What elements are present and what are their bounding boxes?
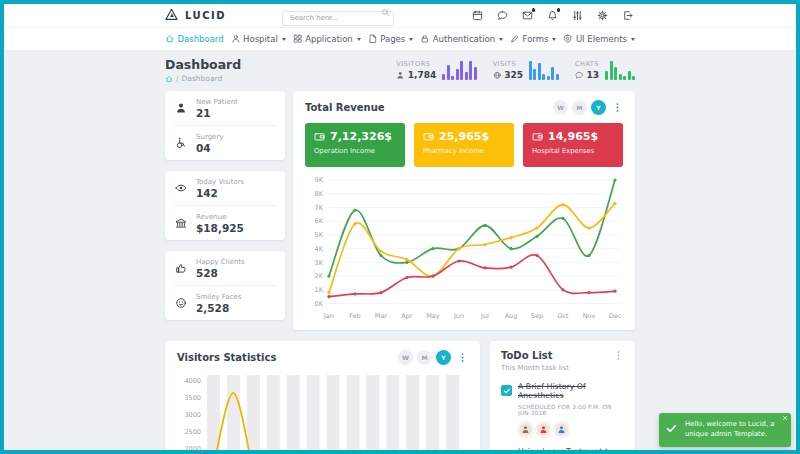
todo-text: Using Laser Teatment to Help: [518, 447, 624, 450]
stat-row-label: Revenue: [196, 213, 244, 221]
person-icon: [175, 102, 187, 114]
total-revenue-card: Total Revenue WMY 7,12,326$Operation Inc…: [293, 91, 635, 330]
nav-item-label: Pages: [380, 34, 405, 44]
chat-icon[interactable]: [497, 10, 508, 21]
revenue-box-hospital-expenses: 14,965$Hospital Expenses: [523, 123, 623, 167]
toast-close-icon[interactable]: [782, 415, 788, 421]
bell-icon[interactable]: [547, 10, 558, 21]
svg-text:5K: 5K: [315, 231, 324, 239]
stat-label: VISITORS: [396, 60, 436, 68]
header-stat-chats: CHATS13: [575, 60, 635, 80]
revenue-box-value: 25,965$: [439, 130, 489, 143]
svg-text:Feb: Feb: [349, 312, 360, 320]
todo-text: A Brief History Of Anesthetics: [518, 382, 624, 400]
shield-icon: [563, 34, 573, 44]
mail-icon[interactable]: [522, 10, 533, 21]
visitors-period-buttons: WMY: [398, 350, 468, 365]
home-icon[interactable]: [165, 75, 173, 83]
breadcrumb: / Dashboard: [165, 74, 241, 83]
stat-row-value: 04: [196, 142, 223, 154]
breadcrumb-current: Dashboard: [182, 74, 223, 83]
svg-text:Jul: Jul: [480, 312, 489, 320]
period-button-w[interactable]: W: [553, 100, 568, 115]
nav-item-forms[interactable]: Forms: [510, 34, 556, 44]
stat-row-surgery: Surgery04: [165, 126, 285, 160]
revenue-box-operation-income: 7,12,326$Operation Income: [305, 123, 405, 167]
wallet-icon: [314, 131, 325, 142]
page-body: Dashboard / Dashboard VISITORS1,784VISIT…: [4, 50, 796, 450]
nav-item-dashboard[interactable]: Dashboard: [165, 34, 224, 44]
todo-list-card: ToDo List This Month task list A Brief H…: [490, 341, 635, 450]
todo-checkbox[interactable]: [501, 385, 512, 396]
person-icon: [521, 425, 530, 434]
revenue-box-value: 14,965$: [548, 130, 598, 143]
nav-item-authentication[interactable]: Authentication: [420, 34, 503, 44]
stat-row-value: 21: [196, 107, 238, 119]
svg-text:9K: 9K: [315, 176, 324, 184]
todo-list-title: ToDo List: [501, 350, 553, 361]
kebab-menu-icon[interactable]: [613, 350, 624, 361]
todo-item: A Brief History Of AnestheticsSCHEDULED …: [501, 382, 624, 437]
stat-card-column: New Patient21Surgery04Today Visitors142R…: [165, 91, 285, 330]
caret-down-icon: [409, 38, 413, 41]
svg-text:8K: 8K: [315, 190, 324, 198]
app-window: LUCID DashboardHospitalApplicationPagesA…: [0, 0, 800, 454]
svg-text:3K: 3K: [315, 259, 324, 267]
stat-label: VISITS: [493, 60, 523, 68]
nav-item-application[interactable]: Application: [293, 34, 361, 44]
svg-text:0K: 0K: [315, 300, 324, 308]
stat-row-revenue: Revenue$18,925: [165, 206, 285, 240]
avatar[interactable]: [554, 422, 569, 437]
check-icon: [666, 423, 677, 434]
svg-text:4000: 4000: [184, 377, 201, 385]
smiley-icon: [175, 297, 187, 309]
visitors-statistics-chart: 40003500300025002000: [177, 371, 468, 450]
sign-out-icon[interactable]: [622, 10, 633, 21]
period-button-y[interactable]: Y: [591, 100, 606, 115]
kebab-menu-icon[interactable]: [457, 352, 468, 363]
nav-item-pages[interactable]: Pages: [368, 34, 414, 44]
stat-card: Today Visitors142Revenue$18,925: [165, 171, 285, 240]
logo[interactable]: LUCID: [165, 8, 226, 24]
caret-down-icon: [631, 38, 635, 41]
stat-row-smiley-faces: Smiley Faces2,528: [165, 286, 285, 320]
svg-text:Dec: Dec: [609, 312, 622, 320]
stat-row-label: Happy Clients: [196, 258, 245, 266]
page-header: Dashboard / Dashboard VISITORS1,784VISIT…: [165, 57, 635, 89]
svg-text:Oct: Oct: [557, 312, 569, 320]
svg-text:6K: 6K: [315, 217, 324, 225]
toast-message: Hello, welcome to Lucid, a unique admin …: [685, 420, 783, 440]
revenue-box-label: Operation Income: [314, 147, 396, 155]
avatar[interactable]: [518, 422, 533, 437]
calendar-icon[interactable]: [472, 10, 483, 21]
bank-icon: [175, 217, 187, 229]
search-icon[interactable]: [381, 8, 390, 17]
kebab-menu-icon[interactable]: [612, 102, 623, 113]
period-button-m[interactable]: M: [417, 350, 432, 365]
person-icon: [557, 425, 566, 434]
nav-item-label: UI Elements: [576, 34, 627, 44]
svg-text:7K: 7K: [315, 204, 324, 212]
sliders-icon[interactable]: [572, 10, 583, 21]
revenue-box-label: Pharmacy Income: [423, 147, 505, 155]
todo-scheduled: SCHEDULED FOR 3:00 P.M. ON JUN 2018: [518, 404, 624, 416]
nav-item-hospital[interactable]: Hospital: [231, 34, 286, 44]
svg-text:4K: 4K: [315, 245, 324, 253]
header-stats: VISITORS1,784VISITS325CHATS13: [396, 57, 635, 80]
visitors-statistics-card: Visitors Statistics WMY 4000350030002500…: [165, 341, 480, 450]
stat-row-value: $18,925: [196, 222, 244, 234]
gear-icon[interactable]: [597, 10, 608, 21]
mini-bar-chart: [605, 60, 635, 80]
search-input[interactable]: [282, 11, 394, 26]
avatar[interactable]: [536, 422, 551, 437]
nav-item-ui-elements[interactable]: UI Elements: [563, 34, 635, 44]
stat-row-label: Smiley Faces: [196, 293, 241, 301]
period-button-w[interactable]: W: [398, 350, 413, 365]
mini-bar-chart: [529, 60, 559, 80]
svg-text:Apr: Apr: [401, 312, 413, 320]
period-button-y[interactable]: Y: [436, 350, 451, 365]
top-header: LUCID: [4, 4, 796, 28]
period-button-m[interactable]: M: [572, 100, 587, 115]
nav-item-label: Forms: [523, 34, 549, 44]
svg-text:2000: 2000: [184, 445, 201, 450]
